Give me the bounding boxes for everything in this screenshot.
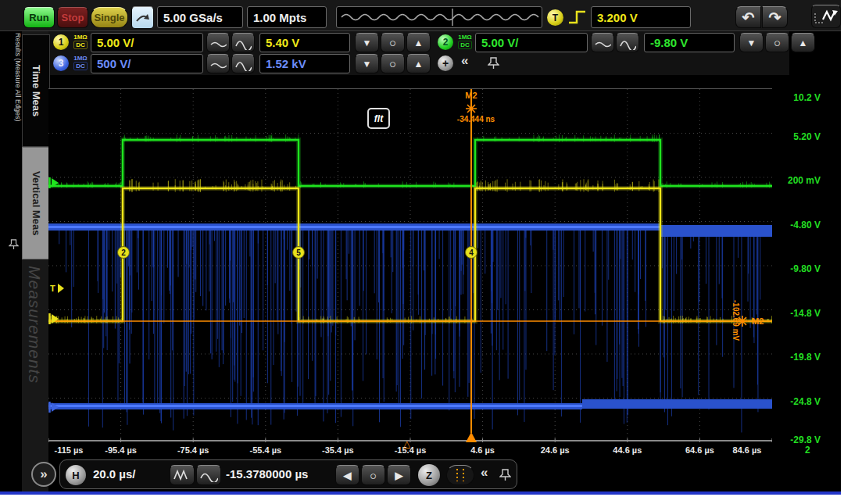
stop-button[interactable]: Stop	[57, 7, 88, 28]
channel-1-scale-box[interactable]: 5.00 V/	[91, 33, 203, 52]
channel-2-offset: -9.80 V	[650, 36, 688, 49]
channel-2-scale-up-button[interactable]	[616, 33, 639, 52]
collapse-horizontal-toolbar-button[interactable]: «	[481, 465, 488, 481]
tab-time-meas[interactable]: Time Meas	[22, 34, 50, 147]
collapse-channel-bar-button[interactable]: «	[461, 53, 468, 69]
channel-3-offset-zero-button[interactable]: ○	[381, 54, 405, 73]
delay-value[interactable]: -15.3780000 µs	[226, 467, 308, 481]
y-axis-label: -14.8 V	[790, 308, 821, 319]
channel-3-coupling[interactable]: 1MΩ DC	[70, 55, 91, 70]
channel-1-scale: 5.00 V/	[97, 36, 134, 49]
trigger-level-arrow-icon	[58, 284, 64, 293]
time-reference-marker[interactable]: △	[403, 438, 410, 449]
m2-right-label: M2	[752, 316, 764, 326]
x-axis-label: -75.4 µs	[177, 445, 209, 455]
trigger-level-box[interactable]: 3.200 V	[591, 6, 691, 28]
horizontal-letter: H	[72, 470, 79, 481]
touch-drag-mode-button[interactable]	[811, 5, 841, 28]
timebase-zoom-in-button[interactable]	[170, 465, 195, 485]
horizontal-menu-button[interactable]: H	[66, 465, 86, 485]
right-axis-channel-indicator: 2	[805, 445, 810, 456]
delay-right-button[interactable]: ▶	[387, 465, 411, 485]
x-axis-label: 84.6 µs	[733, 445, 762, 455]
sample-rate-box[interactable]: 5.00 GSa/s	[157, 6, 243, 28]
channel-2-coupling[interactable]: 1MΩ DC	[455, 34, 475, 49]
channel-2-button[interactable]: 2	[438, 34, 453, 50]
timebase-value[interactable]: 20.0 µs/	[93, 467, 136, 481]
channel-3-coupling-label: DC	[73, 62, 88, 70]
trigger-slope-icon[interactable]	[567, 8, 588, 27]
channel-2-scale-down-button[interactable]	[591, 33, 614, 52]
memory-depth-box[interactable]: 1.00 Mpts	[247, 6, 327, 28]
timebase-zoom-out-button[interactable]	[196, 465, 221, 485]
flt-badge[interactable]: flt	[367, 108, 390, 129]
channel-1-scale-up-button[interactable]	[231, 33, 255, 52]
add-channel-label: +	[442, 57, 449, 70]
channel-2-offset-up-button[interactable]: ▲	[791, 33, 815, 52]
ch3-trace-band	[582, 399, 772, 409]
waveform-canvas: M2-34.444 nsM2-102.69 mV254T	[48, 89, 772, 442]
channel-2-offset-box[interactable]: -9.80 V	[644, 33, 735, 52]
channel-3-offset-box[interactable]: 1.52 kV	[259, 54, 350, 73]
markers-button[interactable]	[446, 465, 474, 485]
channel-1-offset-zero-button[interactable]: ○	[381, 33, 405, 52]
trigger-source-button[interactable]: T	[547, 9, 563, 26]
expand-panel-button[interactable]: »	[31, 462, 56, 487]
delay-left-button[interactable]: ◀	[335, 465, 359, 485]
channel-1-offset-box[interactable]: 5.40 V	[259, 33, 350, 52]
results-pin-icon[interactable]	[9, 238, 19, 250]
undo-button[interactable]: ↶	[735, 6, 761, 28]
channel-1-scale-down-button[interactable]	[206, 33, 230, 52]
y-axis-label: -19.8 V	[790, 352, 821, 363]
measurement-tab-column: Time Meas Vertical Meas Measurements	[22, 31, 48, 495]
channel-1-offset-down-button[interactable]: ▼	[355, 33, 379, 52]
channel-2-scale-box[interactable]: 5.00 V/	[475, 33, 588, 52]
m2-right-value: -102.69 mV	[731, 300, 740, 341]
waveform-display[interactable]: M2-34.444 nsM2-102.69 mV254T flt	[48, 88, 772, 441]
acquisition-preview[interactable]	[336, 6, 542, 28]
results-strip[interactable]: Results (Measure All Edges)	[8, 33, 22, 470]
ch3-trace-core	[48, 226, 660, 228]
channel-2-offset-zero-button[interactable]: ○	[765, 33, 789, 52]
zoom-mode-button[interactable]: Z	[418, 464, 440, 486]
channel-1-button[interactable]: 1	[53, 34, 69, 50]
channel-3-scale-up-button[interactable]	[231, 54, 255, 73]
channel-1-offset-up-button[interactable]: ▲	[406, 33, 431, 52]
channel-3-offset-up-button[interactable]: ▲	[406, 54, 431, 73]
channel-3-button[interactable]: 3	[53, 55, 69, 71]
y-axis-label: -24.8 V	[790, 396, 821, 407]
measurements-watermark: Measurements	[25, 266, 44, 384]
channel-3-scale-box[interactable]: 500 V/	[91, 54, 203, 73]
tab-vertical-meas[interactable]: Vertical Meas	[22, 147, 50, 259]
channel-1-impedance: 1MΩ	[73, 34, 88, 41]
horizontal-pin-icon[interactable]	[499, 468, 511, 481]
channel-3-offset: 1.52 kV	[266, 57, 306, 70]
x-axis-label: -115 µs	[55, 445, 84, 455]
x-axis-label: -55.4 µs	[250, 445, 282, 455]
bottom-page-margin	[0, 495, 844, 504]
memory-depth-value: 1.00 Mpts	[253, 11, 306, 24]
delay-zero-button[interactable]: ○	[361, 465, 385, 485]
trigger-level-marker: T	[50, 284, 55, 293]
small-wave-icon	[594, 37, 611, 49]
channel-3-offset-down-button[interactable]: ▼	[355, 54, 379, 73]
run-button[interactable]: Run	[23, 7, 55, 28]
large-wave-icon	[234, 36, 252, 50]
redo-button[interactable]: ↷	[762, 6, 788, 28]
single-button[interactable]: Single	[91, 7, 128, 28]
oscilloscope-app: Run Stop Single 5.00 GSa/s 1.00 Mpts T 3…	[0, 0, 844, 504]
add-channel-button[interactable]: +	[438, 55, 453, 71]
top-toolbar: Run Stop Single 5.00 GSa/s 1.00 Mpts T 3…	[0, 0, 844, 31]
y-axis-labels: 10.2 V5.20 V200 mV-4.80 V-9.80 V-14.8 V-…	[777, 88, 821, 441]
pin-icon[interactable]	[488, 56, 499, 70]
channel-3-scale-down-button[interactable]	[206, 54, 230, 73]
channel-2-offset-down-button[interactable]: ▼	[739, 33, 764, 52]
dotted-markers-icon	[452, 468, 468, 482]
channel-1-coupling[interactable]: 1MΩ DC	[70, 34, 91, 49]
ch3-trace-band	[660, 225, 772, 237]
horizontal-toolbar: H 20.0 µs/ -15.3780000 µs ◀ ○ ▶ Z «	[59, 459, 517, 489]
small-wave-icon	[209, 37, 227, 49]
right-page-margin	[841, 0, 844, 504]
edge-marker-number: 4	[469, 248, 474, 257]
capture-icon[interactable]	[131, 6, 154, 29]
